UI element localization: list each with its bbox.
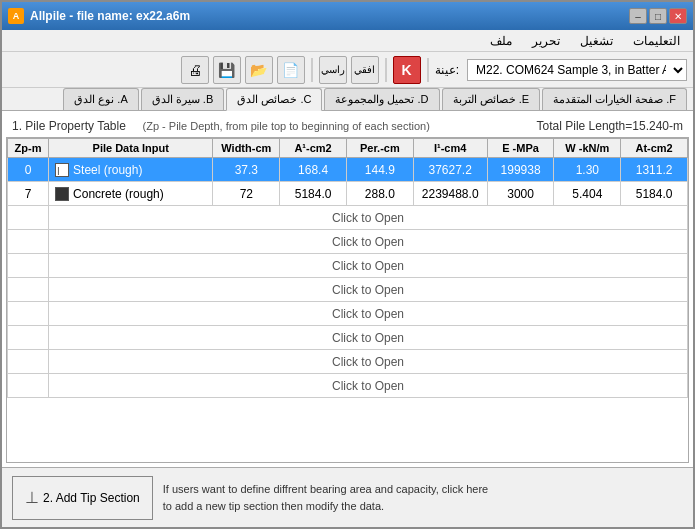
cell-width: 72 [213, 182, 280, 206]
app-icon: A [8, 8, 24, 24]
pile-table-wrapper: Zp-m Pile Data Input Width-cm A¹-cm2 Per… [6, 137, 689, 463]
menu-item-file[interactable]: ملف [481, 31, 521, 51]
cell-zp [8, 230, 49, 254]
add-tip-label: 2. Add Tip Section [43, 491, 140, 505]
open-btn[interactable]: 📂 [245, 56, 273, 84]
cell-zp [8, 302, 49, 326]
click-to-open-cell[interactable]: Click to Open [49, 230, 688, 254]
table-row[interactable]: Click to Open [8, 350, 688, 374]
cell-e: 199938 [487, 158, 554, 182]
cell-per: 144.9 [346, 158, 413, 182]
col-header-e: E -MPa [487, 139, 554, 158]
tabs-bar: F. صفحة الخيارات المتقدمة E. خصائص الترب… [2, 88, 693, 111]
tab-history[interactable]: B. سيرة الدق [141, 88, 225, 110]
add-tip-icon: ⊥ [25, 488, 39, 507]
click-to-open-cell[interactable]: Click to Open [49, 278, 688, 302]
click-to-open-cell[interactable]: Click to Open [49, 206, 688, 230]
sample-label: عينة: [435, 63, 459, 77]
toolbar-separator-2 [385, 58, 387, 82]
cell-per: 288.0 [346, 182, 413, 206]
col-header-i1: I¹-cm4 [413, 139, 487, 158]
cell-zp [8, 350, 49, 374]
alfi-btn[interactable]: افقي [351, 56, 379, 84]
menu-bar: التعليمات تشغيل تحرير ملف [2, 30, 693, 52]
close-button[interactable]: ✕ [669, 8, 687, 24]
main-window: A Allpile - file name: ex22.a6m – □ ✕ ال… [0, 0, 695, 529]
cell-zp: 7 [8, 182, 49, 206]
cell-piletype[interactable]: Concrete (rough) [49, 182, 213, 206]
table-row[interactable]: Click to Open [8, 374, 688, 398]
cell-w: 1.30 [554, 158, 621, 182]
table-row[interactable]: 0 I Steel (rough) 37.3 168.4 144.9 [8, 158, 688, 182]
cell-piletype-label: Steel (rough) [73, 163, 142, 177]
cell-zp [8, 326, 49, 350]
col-header-w: W -kN/m [554, 139, 621, 158]
table-row[interactable]: Click to Open [8, 230, 688, 254]
col-header-a1: A¹-cm2 [280, 139, 347, 158]
svg-text:I: I [57, 166, 60, 177]
cell-i1: 37627.2 [413, 158, 487, 182]
table-row[interactable]: Click to Open [8, 326, 688, 350]
window-title: Allpile - file name: ex22.a6m [30, 9, 190, 23]
col-header-piletype: Pile Data Input [49, 139, 213, 158]
col-header-per: Per.-cm [346, 139, 413, 158]
table-row[interactable]: Click to Open [8, 302, 688, 326]
menu-item-run[interactable]: تشغيل [571, 31, 622, 51]
print-btn[interactable]: 🖨 [181, 56, 209, 84]
toolbar-separator-3 [311, 58, 313, 82]
cell-i1: 2239488.0 [413, 182, 487, 206]
bottom-bar: ⊥ 2. Add Tip Section If users want to de… [2, 467, 693, 527]
cell-zp: 0 [8, 158, 49, 182]
cell-piletype-label: Concrete (rough) [73, 187, 164, 201]
click-to-open-cell[interactable]: Click to Open [49, 350, 688, 374]
table-row[interactable]: Click to Open [8, 254, 688, 278]
section-title: 1. Pile Property Table (Zp - Pile Depth,… [12, 119, 430, 133]
rasi-btn[interactable]: راسي [319, 56, 347, 84]
cell-a1: 168.4 [280, 158, 347, 182]
tip-description: If users want to define diffrent bearing… [163, 481, 489, 514]
cell-width: 37.3 [213, 158, 280, 182]
cell-zp [8, 374, 49, 398]
minimize-button[interactable]: – [629, 8, 647, 24]
click-to-open-cell[interactable]: Click to Open [49, 254, 688, 278]
alfi-label: افقي [354, 64, 375, 75]
tab-type[interactable]: A. نوع الدق [63, 88, 139, 110]
col-header-at: At-cm2 [621, 139, 688, 158]
cell-e: 3000 [487, 182, 554, 206]
section-header: 1. Pile Property Table (Zp - Pile Depth,… [6, 115, 689, 137]
save-btn[interactable]: 💾 [213, 56, 241, 84]
rasi-label: راسي [321, 64, 345, 75]
cell-zp [8, 278, 49, 302]
table-row[interactable]: Click to Open [8, 206, 688, 230]
total-pile-length: Total Pile Length=15.240-m [537, 119, 683, 133]
cell-zp [8, 254, 49, 278]
click-to-open-cell[interactable]: Click to Open [49, 326, 688, 350]
toolbar: عينة: M22. COM624 Sample 3, in Batter An… [2, 52, 693, 88]
click-to-open-cell[interactable]: Click to Open [49, 302, 688, 326]
menu-item-instructions[interactable]: التعليمات [624, 31, 689, 51]
click-to-open-cell[interactable]: Click to Open [49, 374, 688, 398]
k-button[interactable]: K [393, 56, 421, 84]
col-header-width: Width-cm [213, 139, 280, 158]
col-header-zp: Zp-m [8, 139, 49, 158]
table-row[interactable]: 7 Concrete (rough) 72 5184.0 288.0 22394… [8, 182, 688, 206]
table-header-row: Zp-m Pile Data Input Width-cm A¹-cm2 Per… [8, 139, 688, 158]
cell-a1: 5184.0 [280, 182, 347, 206]
tab-soil[interactable]: E. خصائص التربة [442, 88, 541, 110]
cell-at: 1311.2 [621, 158, 688, 182]
add-tip-section-button[interactable]: ⊥ 2. Add Tip Section [12, 476, 153, 520]
tab-load[interactable]: D. تحميل والمجموعة [324, 88, 439, 110]
cell-piletype[interactable]: I Steel (rough) [49, 158, 213, 182]
tab-advanced[interactable]: F. صفحة الخيارات المتقدمة [542, 88, 687, 110]
tab-pile-props[interactable]: C. خصائص الدق [226, 88, 322, 111]
concrete-icon [55, 187, 69, 201]
cell-zp [8, 206, 49, 230]
title-buttons: – □ ✕ [629, 8, 687, 24]
title-bar-left: A Allpile - file name: ex22.a6m [8, 8, 190, 24]
table-row[interactable]: Click to Open [8, 278, 688, 302]
sample-dropdown[interactable]: M22. COM624 Sample 3, in Batter Angle [467, 59, 687, 81]
steel-icon: I [55, 163, 69, 177]
new-btn[interactable]: 📄 [277, 56, 305, 84]
maximize-button[interactable]: □ [649, 8, 667, 24]
menu-item-edit[interactable]: تحرير [523, 31, 569, 51]
